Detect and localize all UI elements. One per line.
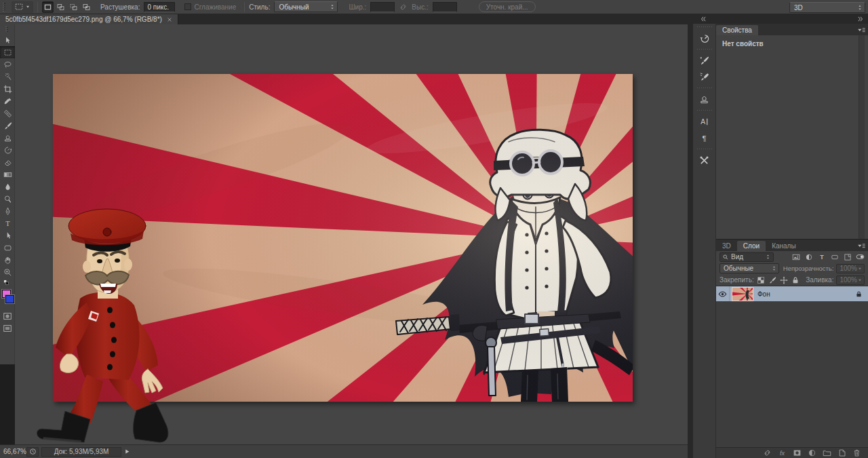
subtract-selection-button[interactable]: [68, 1, 79, 13]
clone-source-panel-icon[interactable]: [694, 91, 715, 107]
workspace-switcher[interactable]: 3D: [789, 2, 865, 13]
intersect-selection-button[interactable]: [81, 1, 92, 13]
new-selection-button[interactable]: [42, 1, 54, 13]
shape-tool[interactable]: [0, 242, 15, 254]
move-tool[interactable]: [0, 34, 15, 46]
brush-tool[interactable]: [0, 119, 15, 132]
status-menu-arrow-icon[interactable]: [124, 449, 130, 455]
antialias-checkbox[interactable]: Сглаживание: [184, 3, 236, 11]
filter-pixel-layers-icon[interactable]: [792, 253, 800, 261]
layer-name: Фон: [757, 290, 855, 298]
path-selection-tool[interactable]: [0, 229, 15, 242]
lasso-tool[interactable]: [0, 58, 15, 71]
quick-selection-tool[interactable]: [0, 71, 15, 83]
tab-layers[interactable]: Слои: [737, 241, 766, 251]
add-layer-mask-icon[interactable]: [793, 449, 802, 457]
screen-mode-button[interactable]: [0, 322, 15, 335]
feather-input[interactable]: 0 пикс.: [144, 2, 175, 12]
crop-tool[interactable]: [0, 83, 15, 95]
toolbar: T: [0, 24, 15, 364]
gradient-tool[interactable]: [0, 168, 15, 180]
zoom-tool[interactable]: [0, 266, 15, 278]
eyedropper-tool[interactable]: [0, 95, 15, 107]
blur-tool[interactable]: [0, 180, 15, 193]
filter-toggle-icon[interactable]: [856, 252, 865, 261]
canvas-area[interactable]: [15, 24, 688, 444]
new-adjustment-layer-icon[interactable]: [808, 449, 816, 457]
selection-mode-group: [42, 1, 92, 13]
rectangular-marquee-tool[interactable]: [0, 46, 15, 58]
eye-icon: [718, 290, 727, 299]
lock-position-icon[interactable]: [780, 276, 788, 284]
pen-tool[interactable]: [0, 205, 15, 217]
zoom-level-field[interactable]: 66,67%: [3, 448, 24, 455]
dock-group-grip[interactable]: [697, 109, 712, 112]
paragraph-panel-icon[interactable]: ¶: [694, 130, 715, 146]
tool-presets-panel-icon[interactable]: [694, 152, 715, 168]
panel-menu-icon[interactable]: [856, 26, 866, 35]
height-input[interactable]: [433, 2, 457, 12]
new-group-icon[interactable]: [823, 449, 831, 457]
panel-menu-icon[interactable]: [856, 242, 866, 251]
gradient-tool-icon: [3, 170, 12, 179]
eraser-tool[interactable]: [0, 156, 15, 168]
dock-group-grip[interactable]: [697, 86, 712, 90]
healing-brush-tool[interactable]: [0, 107, 15, 119]
history-panel-icon[interactable]: [694, 30, 715, 46]
document-tab[interactable]: 5c0fb5f4543df1679d5ec279.png @ 66,7% (RG…: [0, 14, 178, 24]
background-color-swatch[interactable]: [5, 295, 14, 303]
tab-3d[interactable]: 3D: [716, 241, 737, 251]
filter-smart-objects-icon[interactable]: [844, 253, 852, 261]
filter-shape-layers-icon[interactable]: [831, 253, 839, 261]
lock-all-icon[interactable]: [791, 276, 800, 284]
hand-tool[interactable]: [0, 254, 15, 266]
link-dimensions-icon[interactable]: [399, 3, 408, 12]
dock-group-grip[interactable]: [697, 47, 712, 51]
layers-footer: fx: [716, 447, 868, 458]
link-layers-icon[interactable]: [763, 449, 772, 457]
fill-value[interactable]: 100%: [836, 275, 865, 285]
expand-dock-icon[interactable]: [700, 16, 707, 22]
panel-grip[interactable]: [5, 26, 9, 33]
new-layer-icon[interactable]: [837, 449, 846, 457]
dock-group-grip[interactable]: [697, 25, 712, 28]
default-colors-icon[interactable]: [3, 280, 11, 287]
lock-transparency-icon[interactable]: [757, 276, 765, 284]
layer-effects-icon[interactable]: fx: [778, 449, 787, 457]
character-panel-icon[interactable]: A: [694, 113, 715, 130]
scrollbar-track[interactable]: [859, 35, 865, 239]
close-icon[interactable]: [167, 17, 172, 22]
clone-stamp-tool[interactable]: [0, 132, 15, 144]
tab-channels[interactable]: Каналы: [766, 241, 802, 251]
brush-presets-panel-icon[interactable]: [694, 52, 715, 69]
lock-pixels-icon[interactable]: [768, 276, 776, 284]
opacity-value[interactable]: 100%: [836, 264, 865, 273]
filter-adjustment-layers-icon[interactable]: [805, 253, 813, 261]
brush-panel-icon[interactable]: [694, 69, 715, 85]
tool-preset-picker[interactable]: [12, 1, 33, 13]
dock-group-grip[interactable]: [697, 147, 712, 151]
visibility-toggle[interactable]: [716, 286, 730, 301]
collapse-panels-icon[interactable]: [857, 16, 864, 22]
tab-properties[interactable]: Свойства: [716, 25, 758, 35]
layer-row[interactable]: Фон: [716, 286, 868, 301]
delete-layer-icon[interactable]: [852, 449, 861, 457]
history-brush-tool[interactable]: [0, 144, 15, 156]
color-swatches: [0, 288, 15, 310]
refine-edge-button[interactable]: Уточн. край...: [479, 1, 536, 12]
panel-grip[interactable]: [3, 3, 6, 12]
quick-mask-button[interactable]: [0, 310, 15, 322]
type-tool[interactable]: T: [0, 217, 15, 229]
width-input[interactable]: [370, 2, 395, 12]
filter-kind-dropdown[interactable]: Вид: [719, 252, 774, 262]
crop-tool-icon: [3, 85, 12, 94]
dodge-tool[interactable]: [0, 193, 15, 205]
status-clock-button[interactable]: [26, 447, 39, 457]
add-selection-button[interactable]: [55, 1, 66, 13]
style-dropdown[interactable]: Обычный: [274, 1, 338, 12]
blend-mode-dropdown[interactable]: Обычные: [719, 263, 779, 273]
layer-thumbnail[interactable]: [732, 288, 753, 301]
layers-panel-header: 3D Слои Каналы: [716, 240, 868, 251]
filter-type-layers-icon[interactable]: T: [818, 253, 826, 261]
spinner-icon: [771, 265, 777, 271]
